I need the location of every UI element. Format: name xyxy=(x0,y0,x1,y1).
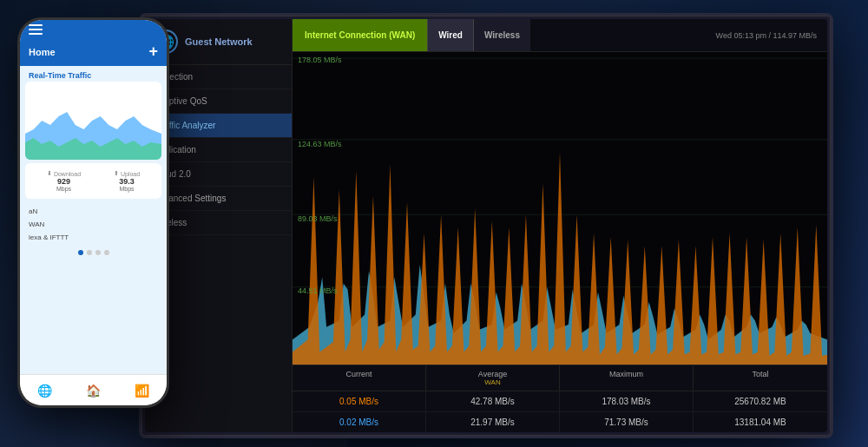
chart-area: 178.05 MB/s 124.63 MB/s 89.03 MB/s 44.51… xyxy=(293,52,827,365)
stats-row1-current: 0.05 MB/s xyxy=(293,391,426,411)
stats-row2-maximum: 71.73 MB/s xyxy=(560,412,694,432)
stats-row1-total: 25670.82 MB xyxy=(694,391,827,411)
page-dot-1 xyxy=(78,250,83,255)
phone-stats: ⬇ Download 929 Mbps ⬆ Upload 39.3 Mbps xyxy=(25,163,161,199)
upload-label: Upload xyxy=(121,171,140,177)
page-dot-3 xyxy=(95,250,101,255)
stats-row2-average: 21.97 MB/s xyxy=(426,412,560,432)
phone-container: Home + Real-Time Traffic ⬇ xyxy=(17,17,182,425)
main-chart-svg xyxy=(293,52,827,365)
phone-menu-item-wan: WAN xyxy=(25,219,161,230)
phone-download-stat: ⬇ Download 929 Mbps xyxy=(47,170,81,192)
tab-wireless[interactable]: Wireless xyxy=(474,19,530,51)
monitor-container: 🌐 Guest Network Protection Adaptive QoS … xyxy=(139,13,851,438)
stats-header-average: Average WAN xyxy=(426,365,560,391)
upload-value: 39.3 xyxy=(119,177,135,186)
stats-row2-total: 13181.04 MB xyxy=(694,412,827,432)
phone-menu-item-an: aN xyxy=(25,206,161,217)
phone-nav: Home + xyxy=(20,39,167,66)
phone-chart-area xyxy=(25,82,161,160)
monitor-screen: 🌐 Guest Network Protection Adaptive QoS … xyxy=(145,19,827,432)
tab-wan-label: Internet Connection (WAN) xyxy=(305,30,415,40)
stats-header-current: Current xyxy=(293,365,426,391)
y-label-max: 178.05 MB/s xyxy=(298,56,342,64)
stats-row2-current: 0.02 MB/s xyxy=(293,412,426,432)
tab-wan[interactable]: Internet Connection (WAN) xyxy=(293,19,427,51)
stats-header-row: Current Average WAN Maximum Total xyxy=(293,365,827,391)
phone-content: Real-Time Traffic ⬇ Download xyxy=(20,66,167,374)
tab-wired-label: Wired xyxy=(438,30,463,40)
phone-upload-stat: ⬆ Upload 39.3 Mbps xyxy=(114,170,140,192)
y-label-1: 44.51 MB/s xyxy=(298,286,338,295)
phone-traffic-label: Real-Time Traffic xyxy=(20,66,167,82)
phone-home-icon[interactable]: 🏠 xyxy=(86,384,101,398)
download-value: 929 xyxy=(57,177,70,186)
stats-table: Current Average WAN Maximum Total xyxy=(293,365,827,432)
phone-menu-items: aN WAN lexa & IFTTT xyxy=(20,202,167,247)
stats-header-total: Total xyxy=(694,365,827,391)
phone-add-button[interactable]: + xyxy=(148,43,158,61)
upload-unit: Mbps xyxy=(119,186,134,192)
stats-row1-maximum: 178.03 MB/s xyxy=(560,391,694,411)
stats-row1-average: 42.78 MB/s xyxy=(426,391,560,411)
tab-bar: Internet Connection (WAN) Wired Wireless… xyxy=(293,19,827,52)
stats-row-1: 0.05 MB/s 42.78 MB/s 178.03 MB/s 25670.8… xyxy=(293,391,827,412)
tab-timestamp: Wed 05:13 pm / 114.97 MB/s xyxy=(716,31,827,40)
y-label-3: 124.63 MB/s xyxy=(298,140,342,148)
phone-menu-item-alexa: lexa & IFTTT xyxy=(25,232,161,243)
download-unit: Mbps xyxy=(56,186,71,192)
stats-header-maximum: Maximum xyxy=(560,365,694,391)
phone-bottom-nav: 🌐 🏠 📶 xyxy=(20,374,167,405)
y-label-2: 89.03 MB/s xyxy=(298,214,338,223)
page-dot-4 xyxy=(104,250,109,255)
phone-status-bar xyxy=(20,20,167,39)
phone-chart-svg xyxy=(25,82,161,160)
phone-globe-icon[interactable]: 🌐 xyxy=(37,384,52,398)
download-icon: ⬇ xyxy=(47,170,52,177)
hamburger-icon[interactable] xyxy=(29,24,43,35)
phone-nav-label: Home xyxy=(29,47,56,57)
tab-wired[interactable]: Wired xyxy=(427,19,474,51)
tab-wireless-label: Wireless xyxy=(484,30,520,40)
sidebar-title: Guest Network xyxy=(185,36,253,47)
phone-device: Home + Real-Time Traffic ⬇ xyxy=(17,17,169,408)
main-content: Internet Connection (WAN) Wired Wireless… xyxy=(293,19,827,432)
upload-icon: ⬆ xyxy=(114,170,119,177)
phone-screen: Home + Real-Time Traffic ⬇ xyxy=(20,20,167,405)
download-label: Download xyxy=(54,171,81,177)
phone-page-dots xyxy=(20,247,167,259)
svg-marker-7 xyxy=(293,152,827,365)
monitor-bezel: 🌐 Guest Network Protection Adaptive QoS … xyxy=(139,13,833,438)
stats-row-2: 0.02 MB/s 21.97 MB/s 71.73 MB/s 13181.04… xyxy=(293,412,827,432)
page-dot-2 xyxy=(87,250,92,255)
wan-sub-label: WAN xyxy=(430,378,556,386)
phone-wifi-icon[interactable]: 📶 xyxy=(135,384,149,398)
